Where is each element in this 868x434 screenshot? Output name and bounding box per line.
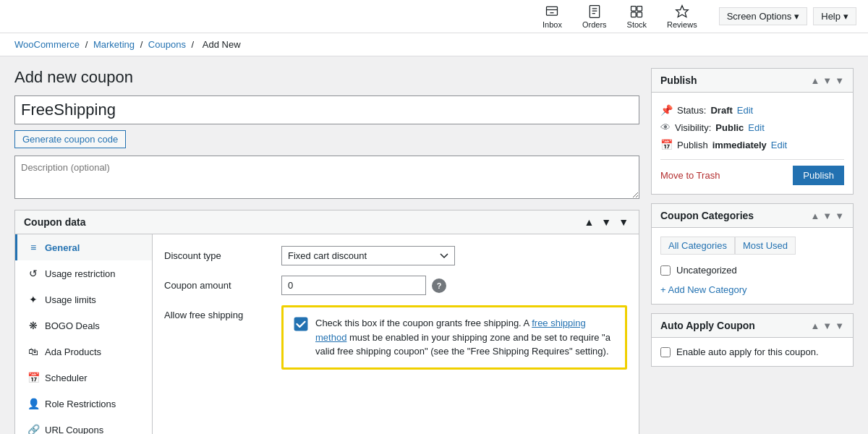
publish-time: immediately (712, 140, 767, 150)
discount-type-select[interactable]: Percentage discount Fixed cart discount … (281, 246, 455, 265)
stock-button[interactable]: Stock (617, 1, 658, 32)
category-uncategorized: Uncategorized (660, 262, 844, 278)
inbox-label: Inbox (542, 20, 562, 29)
top-bar-right: Screen Options ▾ Help ▾ (719, 7, 856, 25)
categories-up[interactable]: ▲ (810, 211, 820, 221)
bogo-deals-icon: ❋ (27, 320, 39, 331)
panel-up-button[interactable]: ▲ (582, 216, 595, 228)
status-edit-link[interactable]: Edit (737, 105, 753, 116)
visibility-eye-icon: 👁 (660, 122, 671, 133)
free-shipping-text-after: must be enabled in your shipping zone an… (315, 332, 610, 357)
auto-apply-controls: ▲ ▼ ▼ (810, 321, 844, 331)
breadcrumb-woocommerce[interactable]: WooCommerce (14, 39, 80, 50)
auto-apply-up[interactable]: ▲ (810, 321, 820, 331)
role-restrictions-icon: 👤 (27, 398, 39, 409)
free-shipping-text-before: Check this box if the coupon grants free… (315, 318, 532, 328)
auto-apply-label: Enable auto apply for this coupon. (676, 346, 819, 357)
calendar-icon: 📅 (660, 139, 673, 150)
move-to-trash-link[interactable]: Move to Trash (660, 170, 720, 181)
top-bar: Inbox Orders Stock Reviews Screen Option… (0, 0, 868, 33)
svg-rect-0 (547, 7, 558, 15)
url-coupons-icon: 🔗 (27, 424, 39, 434)
add-products-icon: 🛍 (27, 346, 39, 357)
usage-restriction-icon: ↺ (27, 268, 39, 279)
auto-apply-title: Auto Apply Coupon (660, 320, 755, 331)
generate-coupon-button[interactable]: Generate coupon code (14, 130, 126, 148)
nav-item-usage-restriction[interactable]: ↺ Usage restriction (15, 260, 152, 286)
page-title: Add new coupon (14, 68, 639, 87)
publish-label: Publish (677, 140, 708, 150)
nav-usage-restriction-label: Usage restriction (45, 268, 116, 279)
publish-panel-down[interactable]: ▼ (822, 76, 832, 85)
publish-panel-body: 📌 Status: Draft Edit 👁 Visibility: Publi… (652, 93, 853, 194)
coupon-data-title: Coupon data (24, 216, 86, 228)
publish-button[interactable]: Publish (793, 166, 844, 185)
help-chevron-icon: ▾ (843, 11, 848, 22)
nav-item-add-products[interactable]: 🛍 Ada Products (15, 339, 152, 365)
coupon-amount-input[interactable] (281, 276, 426, 295)
publish-time-row: 📅 Publish immediately Edit (660, 136, 844, 153)
nav-item-bogo-deals[interactable]: ❋ BOGO Deals (15, 312, 152, 339)
main-layout: Add new coupon Generate coupon code Coup… (0, 56, 868, 434)
panel-body: ≡ General ↺ Usage restriction ✦ Usage li… (15, 234, 639, 434)
free-shipping-row: Allow free shipping Check this box if th… (164, 305, 627, 370)
cat-tab-all[interactable]: All Categories (660, 237, 735, 255)
categories-down[interactable]: ▼ (822, 211, 832, 221)
publish-panel-up[interactable]: ▲ (810, 76, 820, 85)
nav-item-scheduler[interactable]: 📅 Scheduler (15, 365, 152, 391)
panel-controls: ▲ ▼ ▼ (582, 216, 630, 228)
nav-bogo-deals-label: BOGO Deals (45, 320, 100, 331)
description-textarea[interactable] (14, 156, 639, 199)
screen-options-button[interactable]: Screen Options ▾ (719, 7, 808, 25)
uncategorized-label: Uncategorized (676, 265, 737, 276)
orders-button[interactable]: Orders (572, 1, 617, 32)
breadcrumb-marketing[interactable]: Marketing (93, 39, 135, 50)
categories-panel-controls: ▲ ▼ ▼ (810, 211, 844, 221)
reviews-button[interactable]: Reviews (657, 1, 707, 32)
breadcrumb-current: Add New (203, 39, 241, 50)
auto-apply-header: Auto Apply Coupon ▲ ▼ ▼ (652, 314, 853, 338)
panel-down-button[interactable]: ▼ (600, 216, 613, 228)
breadcrumb: WooCommerce / Marketing / Coupons / Add … (0, 33, 868, 56)
nav-url-coupons-label: URL Coupons (45, 425, 103, 435)
free-shipping-checkbox[interactable] (294, 317, 308, 331)
breadcrumb-coupons[interactable]: Coupons (148, 39, 186, 50)
categories-close[interactable]: ▼ (835, 211, 844, 221)
free-shipping-description: Check this box if the coupon grants free… (315, 316, 615, 359)
general-icon: ≡ (27, 242, 39, 253)
add-new-category-link[interactable]: + Add New Category (660, 284, 747, 295)
publish-edit-link[interactable]: Edit (771, 140, 787, 150)
visibility-edit-link[interactable]: Edit (748, 122, 764, 133)
nav-add-products-label: Ada Products (45, 346, 101, 357)
auto-apply-checkbox[interactable] (660, 347, 671, 357)
status-row: 📌 Status: Draft Edit (660, 101, 844, 119)
panel-close-button[interactable]: ▼ (617, 216, 630, 228)
panel-content: Discount type Percentage discount Fixed … (153, 234, 639, 434)
cat-tab-most-used[interactable]: Most Used (735, 237, 796, 255)
svg-marker-6 (676, 5, 689, 17)
auto-apply-down[interactable]: ▼ (822, 321, 832, 331)
svg-rect-4 (631, 12, 637, 17)
publish-panel-close[interactable]: ▼ (835, 76, 844, 85)
publish-panel-header: Publish ▲ ▼ ▼ (652, 69, 853, 93)
nav-general-label: General (45, 242, 80, 253)
visibility-row: 👁 Visibility: Public Edit (660, 119, 844, 136)
auto-apply-close[interactable]: ▼ (835, 321, 844, 331)
coupon-data-panel-header: Coupon data ▲ ▼ ▼ (15, 210, 639, 234)
coupon-code-input[interactable] (14, 95, 639, 124)
discount-type-row: Discount type Percentage discount Fixed … (164, 246, 627, 265)
status-pin-icon: 📌 (660, 104, 673, 116)
uncategorized-checkbox[interactable] (660, 265, 671, 276)
inbox-button[interactable]: Inbox (532, 1, 572, 32)
categories-title: Coupon Categories (660, 210, 754, 221)
nav-item-usage-limits[interactable]: ✦ Usage limits (15, 286, 152, 312)
screen-options-chevron-icon: ▾ (794, 11, 799, 22)
nav-item-url-coupons[interactable]: 🔗 URL Coupons (15, 417, 152, 434)
nav-item-role-restrictions[interactable]: 👤 Role Restrictions (15, 391, 152, 417)
coupon-categories-panel: Coupon Categories ▲ ▼ ▼ All Categories M… (651, 203, 854, 305)
nav-item-general[interactable]: ≡ General (15, 234, 152, 260)
stock-label: Stock (627, 20, 647, 29)
screen-options-label: Screen Options (727, 11, 792, 22)
coupon-amount-help-icon[interactable]: ? (432, 278, 446, 293)
help-button[interactable]: Help ▾ (813, 7, 856, 25)
